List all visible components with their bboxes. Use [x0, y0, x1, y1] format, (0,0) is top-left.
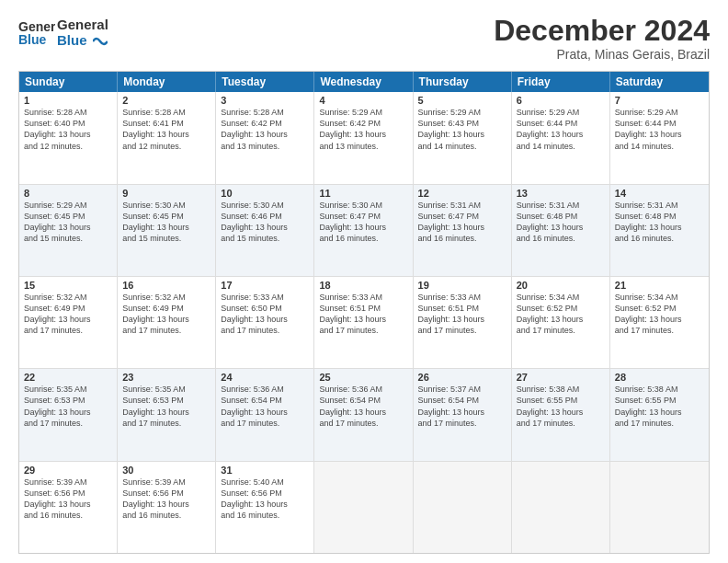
cell-info-line: and 17 minutes. — [615, 325, 704, 336]
cell-info-line: and 16 minutes. — [319, 233, 407, 244]
cell-info-line: and 17 minutes. — [221, 418, 309, 429]
day-cell-27: 27Sunrise: 5:38 AMSunset: 6:55 PMDayligh… — [512, 369, 610, 460]
cell-info-line: Sunrise: 5:28 AM — [221, 107, 309, 118]
day-number: 17 — [221, 280, 309, 291]
cell-info-line: and 17 minutes. — [319, 325, 407, 336]
cell-info-line: Sunset: 6:45 PM — [122, 211, 210, 222]
cell-info-line: Sunrise: 5:30 AM — [221, 200, 309, 211]
day-cell-8: 8Sunrise: 5:29 AMSunset: 6:45 PMDaylight… — [19, 185, 118, 276]
cell-info-line: Sunrise: 5:32 AM — [24, 292, 112, 303]
cell-info-line: Daylight: 13 hours — [221, 129, 309, 140]
cell-info-line: and 17 minutes. — [122, 418, 210, 429]
cell-info-line: Sunrise: 5:39 AM — [24, 477, 112, 488]
cell-info-line: Sunrise: 5:36 AM — [319, 384, 407, 395]
empty-cell — [414, 462, 512, 553]
cell-info-line: Sunset: 6:56 PM — [24, 488, 112, 499]
cell-info-line: Sunrise: 5:29 AM — [615, 107, 704, 118]
calendar-row-4: 22Sunrise: 5:35 AMSunset: 6:53 PMDayligh… — [19, 369, 709, 461]
day-cell-31: 31Sunrise: 5:40 AMSunset: 6:56 PMDayligh… — [216, 462, 314, 553]
cell-info-line: Daylight: 13 hours — [615, 129, 704, 140]
cell-info-line: Sunrise: 5:40 AM — [221, 477, 309, 488]
cell-info-line: Daylight: 13 hours — [221, 499, 309, 510]
calendar-row-1: 1Sunrise: 5:28 AMSunset: 6:40 PMDaylight… — [19, 92, 709, 184]
cell-info-line: Sunset: 6:53 PM — [24, 395, 112, 406]
cell-info-line: Daylight: 13 hours — [615, 314, 704, 325]
cell-info-line: Sunset: 6:43 PM — [418, 118, 506, 129]
day-cell-25: 25Sunrise: 5:36 AMSunset: 6:54 PMDayligh… — [314, 369, 413, 460]
cell-info-line: and 14 minutes. — [418, 141, 506, 152]
day-number: 7 — [615, 95, 704, 106]
day-number: 12 — [418, 188, 506, 199]
cell-info-line: and 15 minutes. — [24, 233, 112, 244]
calendar-body: 1Sunrise: 5:28 AMSunset: 6:40 PMDaylight… — [19, 92, 709, 553]
day-number: 11 — [319, 188, 407, 199]
cell-info-line: Sunrise: 5:37 AM — [418, 384, 506, 395]
cell-info-line: Sunrise: 5:38 AM — [615, 384, 704, 395]
cell-info-line: Sunrise: 5:28 AM — [122, 107, 210, 118]
cell-info-line: Sunset: 6:42 PM — [319, 118, 407, 129]
header-saturday: Saturday — [610, 72, 709, 92]
cell-info-line: Sunset: 6:45 PM — [24, 211, 112, 222]
header: General Blue General Blue — [18, 15, 710, 62]
day-number: 13 — [517, 188, 605, 199]
cell-info-line: and 17 minutes. — [221, 325, 309, 336]
day-number: 27 — [517, 372, 605, 383]
day-number: 23 — [122, 372, 210, 383]
cell-info-line: Daylight: 13 hours — [319, 314, 407, 325]
cell-info-line: Sunset: 6:47 PM — [319, 211, 407, 222]
cell-info-line: Sunrise: 5:29 AM — [24, 200, 112, 211]
cell-info-line: and 16 minutes. — [24, 510, 112, 521]
day-cell-29: 29Sunrise: 5:39 AMSunset: 6:56 PMDayligh… — [19, 462, 118, 553]
cell-info-line: Sunrise: 5:30 AM — [122, 200, 210, 211]
calendar-row-5: 29Sunrise: 5:39 AMSunset: 6:56 PMDayligh… — [19, 462, 709, 553]
day-cell-6: 6Sunrise: 5:29 AMSunset: 6:44 PMDaylight… — [512, 92, 610, 183]
day-cell-10: 10Sunrise: 5:30 AMSunset: 6:46 PMDayligh… — [216, 185, 314, 276]
day-number: 3 — [221, 95, 309, 106]
title-block: December 2024 Prata, Minas Gerais, Brazi… — [494, 15, 710, 62]
cell-info-line: Sunset: 6:56 PM — [122, 488, 210, 499]
day-number: 20 — [517, 280, 605, 291]
day-number: 4 — [319, 95, 407, 106]
cell-info-line: and 14 minutes. — [517, 141, 605, 152]
logo-general: General — [57, 17, 108, 32]
cell-info-line: Daylight: 13 hours — [418, 407, 506, 418]
cell-info-line: Sunset: 6:52 PM — [517, 303, 605, 314]
cell-info-line: and 16 minutes. — [615, 233, 704, 244]
cell-info-line: and 17 minutes. — [615, 418, 704, 429]
day-cell-3: 3Sunrise: 5:28 AMSunset: 6:42 PMDaylight… — [216, 92, 314, 183]
svg-text:Blue: Blue — [18, 32, 47, 47]
header-monday: Monday — [118, 72, 216, 92]
day-cell-20: 20Sunrise: 5:34 AMSunset: 6:52 PMDayligh… — [512, 277, 610, 368]
logo: General Blue General Blue — [18, 15, 108, 52]
cell-info-line: and 12 minutes. — [122, 141, 210, 152]
day-cell-15: 15Sunrise: 5:32 AMSunset: 6:49 PMDayligh… — [19, 277, 118, 368]
day-number: 10 — [221, 188, 309, 199]
cell-info-line: and 17 minutes. — [319, 418, 407, 429]
cell-info-line: Sunset: 6:49 PM — [24, 303, 112, 314]
cell-info-line: Sunset: 6:48 PM — [615, 211, 704, 222]
cell-info-line: Sunrise: 5:30 AM — [319, 200, 407, 211]
cell-info-line: Sunrise: 5:31 AM — [418, 200, 506, 211]
day-cell-28: 28Sunrise: 5:38 AMSunset: 6:55 PMDayligh… — [610, 369, 709, 460]
cell-info-line: and 17 minutes. — [24, 418, 112, 429]
cell-info-line: Daylight: 13 hours — [319, 222, 407, 233]
cell-info-line: Sunrise: 5:33 AM — [319, 292, 407, 303]
cell-info-line: Sunrise: 5:38 AM — [517, 384, 605, 395]
cell-info-line: and 17 minutes. — [418, 418, 506, 429]
cell-info-line: Daylight: 13 hours — [517, 314, 605, 325]
cell-info-line: Sunrise: 5:29 AM — [517, 107, 605, 118]
cell-info-line: Sunset: 6:54 PM — [418, 395, 506, 406]
cell-info-line: Daylight: 13 hours — [221, 222, 309, 233]
cell-info-line: Sunset: 6:44 PM — [615, 118, 704, 129]
cell-info-line: and 17 minutes. — [24, 325, 112, 336]
day-number: 9 — [122, 188, 210, 199]
day-number: 2 — [122, 95, 210, 106]
cell-info-line: Sunrise: 5:35 AM — [122, 384, 210, 395]
day-number: 25 — [319, 372, 407, 383]
logo-wave-icon — [93, 34, 108, 49]
day-cell-22: 22Sunrise: 5:35 AMSunset: 6:53 PMDayligh… — [19, 369, 118, 460]
cell-info-line: and 16 minutes. — [517, 233, 605, 244]
cell-info-line: Daylight: 13 hours — [418, 129, 506, 140]
cell-info-line: and 17 minutes. — [517, 418, 605, 429]
day-number: 30 — [122, 465, 210, 476]
